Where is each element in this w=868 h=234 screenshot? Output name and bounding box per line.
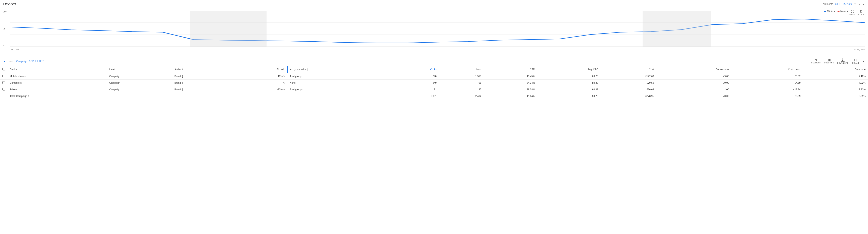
total-bid [231, 93, 287, 99]
col-avg-cpc[interactable]: Avg. CPC [537, 66, 601, 73]
chart-container: Clicks ▾ None ▾ EXPAND ADJUST 1 [0, 8, 868, 56]
filter-right: SEGMENT COLUMNS DOWNLOAD EXPAND ∧ [811, 58, 865, 64]
col-conv-rate[interactable]: Conv. rate [803, 66, 868, 73]
cell-impr: 185 [439, 86, 484, 93]
segment-btn[interactable]: SEGMENT [811, 59, 821, 64]
cell-cost-conv: £4.19 [732, 80, 803, 86]
date-value: Jul 1 – 14, 2020 [835, 3, 852, 5]
col-cost[interactable]: Cost [601, 66, 656, 73]
svg-rect-13 [815, 59, 816, 59]
cell-cost: £172.69 [601, 73, 656, 80]
cell-conversions: 2.00 [656, 86, 732, 93]
cell-ctr: 34.24% [484, 80, 537, 86]
cell-bid-adj: – ✎ [231, 80, 287, 86]
add-filter-btn[interactable]: ADD FILTER [29, 60, 44, 63]
cell-level: Campaign [107, 80, 172, 86]
page-header: Devices This month Jul 1 – 14, 2020 ▾ ‹ … [0, 0, 868, 8]
col-level: Level [107, 66, 172, 73]
cell-conv-rate: 7.10% [803, 73, 868, 80]
cell-clicks: 240 [384, 80, 439, 86]
date-next-btn[interactable]: › [862, 2, 865, 6]
col-clicks[interactable]: ↓ Clicks [384, 66, 439, 73]
bid-edit-icon[interactable]: ✎ [283, 75, 285, 78]
row-select-checkbox[interactable] [2, 88, 5, 90]
total-conv-rate: 6.99% [803, 93, 868, 99]
select-all-checkbox[interactable] [2, 68, 5, 70]
cell-impr: 701 [439, 80, 484, 86]
chart-x-labels: Jul 1, 2020 Jul 14, 2020 [10, 49, 865, 51]
download-icon [841, 58, 844, 62]
chart-highlight-2 [643, 11, 711, 47]
expand-table-icon [854, 58, 857, 62]
cell-cost-conv: £3.52 [732, 73, 803, 80]
col-bid-adj: Bid adj. [231, 66, 287, 73]
segment-label: SEGMENT [811, 62, 821, 64]
total-row: Total: Campaign ? 1,001 2,404 41.64% £0.… [0, 93, 868, 99]
cell-added-to: Brand [] [172, 86, 231, 93]
filter-icon: ▼ [3, 60, 6, 63]
cell-avg-cpc: £0.25 [537, 73, 601, 80]
table-header-row: Device Level Added to Bid adj. Ad group … [0, 66, 868, 73]
total-checkbox [0, 93, 7, 99]
total-level [107, 93, 172, 99]
columns-icon [827, 59, 831, 61]
cell-conversions: 49.00 [656, 73, 732, 80]
cell-ad-group-bid: 1 ad group [287, 73, 384, 80]
cell-conv-rate: 7.92% [803, 80, 868, 86]
row-select-checkbox[interactable] [2, 81, 5, 84]
row-checkbox [0, 80, 7, 86]
filter-campaign-value: Campaign [16, 60, 27, 63]
date-prev-btn[interactable]: ‹ [858, 2, 861, 6]
table-row: Tablets Campaign Brand [] -20% ✎ 2 ad gr… [0, 86, 868, 93]
bid-edit-icon[interactable]: ✎ [283, 88, 285, 91]
svg-rect-15 [827, 59, 828, 61]
cell-avg-cpc: £0.33 [537, 80, 601, 86]
expand-table-btn[interactable]: EXPAND [852, 58, 860, 64]
total-conversions: 70.00 [656, 93, 732, 99]
cell-conv-rate: 2.82% [803, 86, 868, 93]
filter-level-label: Level: [8, 60, 14, 63]
sort-arrow-clicks: ↓ [428, 68, 430, 71]
bid-edit-icon[interactable]: ✎ [283, 82, 285, 84]
cell-avg-cpc: £0.38 [537, 86, 601, 93]
cell-bid-adj: +10% ✎ [231, 73, 287, 80]
line-chart-svg [10, 11, 865, 47]
cell-level: Campaign [107, 86, 172, 93]
total-cost: £278.95 [601, 93, 656, 99]
data-table-wrapper: Device Level Added to Bid adj. Ad group … [0, 66, 868, 99]
cell-ctr: 45.45% [484, 73, 537, 80]
collapse-btn[interactable]: ∧ [863, 60, 865, 63]
columns-label: COLUMNS [824, 62, 834, 64]
total-added [172, 93, 231, 99]
total-adgroup [287, 93, 384, 99]
cell-cost-conv: £13.34 [732, 86, 803, 93]
y-label-0: 0 [3, 45, 9, 47]
cell-added-to: Brand [] [172, 80, 231, 86]
columns-btn[interactable]: COLUMNS [824, 59, 834, 64]
y-label-150: 150 [3, 11, 9, 13]
col-cost-conv[interactable]: Cost / conv. [732, 66, 803, 73]
table-row: Mobile phones Campaign Brand [] +10% ✎ 1… [0, 73, 868, 80]
svg-rect-14 [816, 60, 817, 60]
row-select-checkbox[interactable] [2, 75, 5, 77]
col-impr[interactable]: Impr. [439, 66, 484, 73]
cell-device: Computers [7, 80, 107, 86]
chart-svg-area [10, 11, 865, 47]
cell-cost: £26.68 [601, 86, 656, 93]
cell-bid-adj: -20% ✎ [231, 86, 287, 93]
cell-device: Mobile phones [7, 73, 107, 80]
col-conversions[interactable]: Conversions [656, 66, 732, 73]
date-dropdown-btn[interactable]: ▾ [854, 2, 857, 6]
cell-clicks: 690 [384, 73, 439, 80]
col-added-to: Added to [172, 66, 231, 73]
total-help-icon: ? [28, 95, 29, 97]
download-btn[interactable]: DOWNLOAD [837, 58, 848, 64]
cell-cost: £79.58 [601, 80, 656, 86]
cell-impr: 1,518 [439, 73, 484, 80]
col-checkbox [0, 66, 7, 73]
col-ctr[interactable]: CTR [484, 66, 537, 73]
total-avg-cpc: £0.28 [537, 93, 601, 99]
data-table: Device Level Added to Bid adj. Ad group … [0, 66, 868, 99]
col-ad-group-bid: Ad group bid adj. [287, 66, 384, 73]
total-label: Total: Campaign ? [7, 93, 107, 99]
